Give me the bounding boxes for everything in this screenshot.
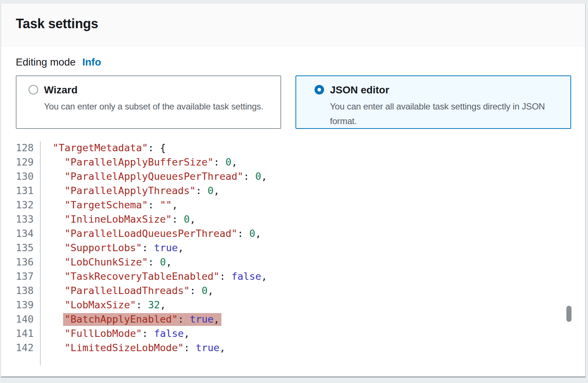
line-number: 135 [16,241,37,255]
code-line-141[interactable]: 141 "FullLobMode": false, [16,326,585,341]
editing-mode-options: Wizard You can enter only a subset of th… [16,75,585,129]
code-line-content: "SupportLobs": true, [37,241,184,255]
code-line-132[interactable]: 132 "TargetSchema": "", [16,198,585,212]
line-number: 128 [16,141,37,155]
code-line-140[interactable]: 140 "BatchApplyEnabled": true, [16,312,585,326]
radio-tile-json-editor[interactable]: JSON editor You can enter all available … [295,75,571,129]
code-line-content: "TargetSchema": "", [37,198,178,212]
line-number: 130 [16,169,37,183]
code-line-content: "ParallelApplyBufferSize": 0, [37,155,237,169]
code-line-129[interactable]: 129 "ParallelApplyBufferSize": 0, [16,155,585,169]
code-line-content: "LobChunkSize": 0, [37,255,172,269]
code-line-content: "LobMaxSize": 32, [37,298,166,312]
code-line-content: "ParallelApplyThreads": 0, [37,183,220,198]
line-number: 129 [16,155,37,169]
code-line-content: "ParallelLoadQueuesPerThread": 0, [37,226,261,241]
line-number: 141 [16,326,37,341]
code-line-content: "TaskRecoveryTableEnabled": false, [37,269,267,283]
gutter-divider [40,141,41,365]
code-line-content: "BatchApplyEnabled": true, [37,312,221,326]
editing-mode-row: Editing mode Info [16,56,585,71]
code-line-content: "ParallelLoadThreads": 0, [37,283,213,298]
code-line-139[interactable]: 139 "LobMaxSize": 32, [16,298,585,312]
wizard-description: You can enter only a subset of the avail… [44,99,263,114]
line-number: 138 [16,283,37,298]
code-line-142[interactable]: 142 "LimitedSizeLobMode": true, [16,341,585,355]
line-number: 140 [16,312,37,326]
json-editor-tile-text: JSON editor You can enter all available … [330,84,545,129]
code-line-content: "InlineLobMaxSize": 0, [37,212,196,226]
code-line-133[interactable]: 133 "InlineLobMaxSize": 0, [16,212,585,226]
line-number: 136 [16,255,37,269]
json-editor-description-line: format. [330,114,545,129]
wizard-description-line: You can enter only a subset of the avail… [44,99,263,114]
line-number: 142 [16,341,37,355]
editing-mode-label: Editing mode [16,56,76,68]
panel-body: Editing mode Info Wizard You can enter o… [1,46,585,376]
task-settings-panel: Task settings Editing mode Info Wizard Y… [1,4,586,378]
info-link[interactable]: Info [82,56,101,68]
code-line-136[interactable]: 136 "LobChunkSize": 0, [16,255,585,269]
page-title: Task settings [16,16,585,31]
code-line-138[interactable]: 138 "ParallelLoadThreads": 0, [16,283,585,298]
line-number: 139 [16,298,37,312]
code-line-135[interactable]: 135 "SupportLobs": true, [16,241,585,255]
json-editor-description: You can enter all available task setting… [330,99,545,129]
code-line-content: "LimitedSizeLobMode": true, [37,341,225,355]
wizard-label: Wizard [44,84,263,96]
code-line-137[interactable]: 137 "TaskRecoveryTableEnabled": false, [16,269,585,283]
line-number: 131 [16,183,37,198]
json-editor-description-line: You can enter all available task setting… [330,99,545,114]
code-line-content: "ParallelApplyQueuesPerThread": 0, [37,169,267,183]
radio-tile-wizard[interactable]: Wizard You can enter only a subset of th… [16,75,281,129]
json-editor-radio[interactable] [315,85,324,94]
line-number: 137 [16,269,37,283]
code-line-130[interactable]: 130 "ParallelApplyQueuesPerThread": 0, [16,169,585,183]
json-code-editor[interactable]: 128 "TargetMetadata": {129 "ParallelAppl… [16,141,585,355]
code-line-content: "FullLobMode": false, [37,326,190,341]
wizard-radio[interactable] [29,85,38,94]
json-editor-label: JSON editor [330,84,545,96]
wizard-tile-text: Wizard You can enter only a subset of th… [44,84,263,114]
code-line-134[interactable]: 134 "ParallelLoadQueuesPerThread": 0, [16,226,585,241]
highlighted-token: "BatchApplyEnabled": true, [63,313,221,326]
line-number: 132 [16,198,37,212]
panel-header: Task settings [1,4,585,46]
scrollbar-thumb[interactable] [566,306,572,322]
code-line-128[interactable]: 128 "TargetMetadata": { [16,141,585,155]
line-number: 134 [16,226,37,241]
line-number: 133 [16,212,37,226]
code-line-131[interactable]: 131 "ParallelApplyThreads": 0, [16,183,585,198]
code-line-content: "TargetMetadata": { [37,141,166,155]
